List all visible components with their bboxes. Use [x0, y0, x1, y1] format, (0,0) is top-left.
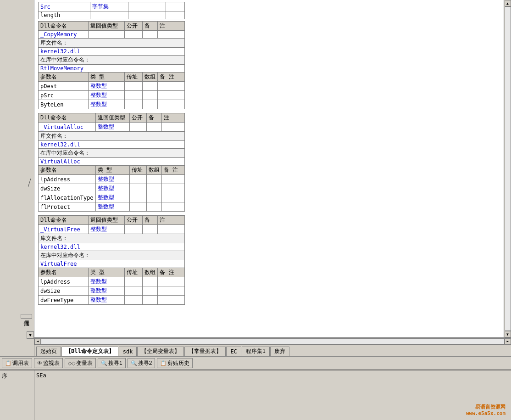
call-table-label: 调用表 [12, 359, 29, 367]
hscroll-right-btn[interactable]: ► [505, 338, 511, 345]
lib-row: 库文件名： [39, 39, 185, 48]
alias-value-row: RtlMoveMemory [39, 65, 185, 73]
tab-ec[interactable]: EC [226, 347, 241, 356]
param-type: 整数型 [88, 286, 124, 296]
horizontal-scrollbar[interactable]: ◄ ► [34, 337, 511, 345]
watermark: 易语言资源网 www.e5a5x.com [466, 403, 505, 416]
col-type: 类 型 [88, 73, 124, 82]
monitor-icon: 👁 [37, 360, 42, 366]
param-type: 整数型 [88, 91, 124, 100]
col-return-type: 返回值类型 [88, 22, 124, 31]
tab-obsolete[interactable]: 废弃 [270, 347, 289, 356]
call-table-btn[interactable]: 📋 调用表 [2, 358, 32, 368]
lib-value: kernel32.dll [39, 48, 185, 56]
tab-sdk[interactable]: sdk [119, 347, 137, 356]
monitor-label: 监视表 [43, 359, 60, 367]
col-note2: 注 [158, 22, 185, 31]
param-name: dwFreeType [39, 296, 89, 305]
param-name: pSrc [39, 91, 89, 100]
param-type: 整数型 [88, 82, 124, 91]
bottom-status-area: 序 SEa 易语言资源网 www.e5a5x.com [0, 370, 511, 420]
param-row: dwSize 整数型 [39, 286, 185, 296]
alias-label: 在库中对应命令名： [39, 149, 185, 158]
lib-value-row: kernel32.dll [39, 243, 185, 251]
param-name: lpAddress [39, 175, 96, 184]
bottom-content: SEa [34, 370, 511, 420]
tab-global-vars[interactable]: 【全局变量表】 [137, 347, 184, 356]
lib-label: 库文件名： [39, 132, 185, 141]
dll-header-table-3: Dll命令名 返回值类型 公开 备 注 _VirtualFree 整数型 [38, 215, 185, 305]
col-param-name: 参数名 [39, 73, 89, 82]
col-remarks: 备 注 [161, 166, 184, 175]
col-addr: 传址 [125, 268, 143, 277]
alias-value: RtlMoveMemory [39, 65, 185, 73]
col-return-type: 返回值类型 [88, 216, 124, 225]
lib-value: kernel32.dll [39, 141, 185, 149]
scroll-down-arrow[interactable]: ▼ [27, 331, 34, 339]
top-rows-table: Src 字节集 length [38, 2, 185, 19]
src-label: Src [39, 2, 90, 11]
monitor-table-btn[interactable]: 👁 监视表 [34, 358, 63, 368]
tab-constants[interactable]: 【常量据表】 [184, 347, 226, 356]
right-content: Src 字节集 length [34, 0, 511, 356]
dll-header-table-1: Dll命令名 返回值类型 公开 备 注 _CopyMemory [38, 21, 185, 109]
tab-qishi[interactable]: 起始页 [36, 347, 61, 356]
search2-icon: 🔍 [131, 360, 137, 366]
scroll-track[interactable] [505, 6, 511, 331]
tab-program-set1[interactable]: 程序集1 [242, 347, 270, 356]
sea-text: SEa [36, 372, 509, 379]
param-type: 整数型 [88, 296, 124, 305]
vertical-scrollbar[interactable]: ▲ ▼ [504, 0, 511, 337]
param-type: 整数型 [88, 277, 124, 286]
scroll-up-btn[interactable]: ▲ [505, 0, 511, 6]
scroll-down-btn[interactable]: ▼ [505, 331, 511, 337]
col-dll-name: Dll命令名 [39, 22, 89, 31]
lib-value-row: kernel32.dll [39, 141, 185, 149]
param-type: 整数型 [88, 100, 124, 109]
param-row: pDest 整数型 [39, 82, 185, 91]
alias-value-row: VirtualAlloc [39, 158, 185, 166]
search1-btn[interactable]: 🔍 搜寻1 [98, 358, 126, 368]
table-row: length [39, 11, 185, 19]
watermark-line1: 易语言资源网 [466, 403, 505, 410]
clipboard-icon: 📋 [160, 360, 167, 366]
hscroll-track[interactable] [41, 338, 505, 345]
col-param-name: 参数名 [39, 166, 96, 175]
col-return-type: 返回值类型 [95, 113, 130, 123]
lib-label: 库文件名： [39, 39, 185, 48]
dll-row: _CopyMemory [39, 31, 185, 39]
param-type: 整数型 [95, 193, 130, 202]
param-row: pSrc 整数型 [39, 91, 185, 100]
bottom-toolbar: 📋 调用表 👁 监视表 ◇◇ 变量表 🔍 搜寻1 🔍 搜寻2 📋 剪贴历史 [0, 356, 511, 370]
hscroll-left-btn[interactable]: ◄ [34, 338, 41, 345]
tab-dll[interactable]: 【Dll命令定义表】 [61, 347, 118, 356]
dll-header-table-2: Dll命令名 返回值类型 公开 备 注 _VirtualAlloc 整数型 [38, 113, 185, 212]
col-note2: 注 [161, 113, 184, 123]
search2-btn[interactable]: 🔍 搜寻2 [128, 358, 156, 368]
table-row: Src 字节集 [39, 2, 185, 11]
clipboard-history-btn[interactable]: 📋 剪贴历史 [157, 358, 193, 368]
param-name: lpAddress [39, 277, 89, 286]
lib-value-row: kernel32.dll [39, 48, 185, 56]
col-remarks: 备 注 [158, 73, 185, 82]
left-panel: 属性 ╲ ▼ [0, 0, 34, 356]
param-row: dwSize 整数型 [39, 184, 185, 193]
scrollable-content[interactable]: Src 字节集 length [34, 0, 504, 337]
param-name: dwSize [39, 184, 96, 193]
col-addr: 传址 [124, 73, 143, 82]
properties-tab[interactable]: 属性 [21, 314, 32, 319]
param-row: lpAddress 整数型 [39, 175, 185, 184]
content-with-scrollbar: Src 字节集 length [34, 0, 511, 337]
dll-table-copy-memory: Dll命令名 返回值类型 公开 备 注 _CopyMemory [38, 21, 500, 109]
param-name: flProtect [39, 202, 96, 212]
dll-table-virtual-alloc: Dll命令名 返回值类型 公开 备 注 _VirtualAlloc 整数型 [38, 113, 500, 212]
param-type: 整数型 [95, 202, 130, 212]
param-row: lpAddress 整数型 [39, 277, 185, 286]
var-table-btn[interactable]: ◇◇ 变量表 [65, 358, 96, 368]
col-remarks: 备 注 [158, 268, 185, 277]
col-public: 公开 [124, 22, 143, 31]
col-type: 类 型 [95, 166, 130, 175]
dll-table-virtual-free: Dll命令名 返回值类型 公开 备 注 _VirtualFree 整数型 [38, 215, 500, 305]
diagonal-arrow-icon: ╲ [26, 179, 33, 186]
alias-value: VirtualFree [39, 260, 185, 268]
